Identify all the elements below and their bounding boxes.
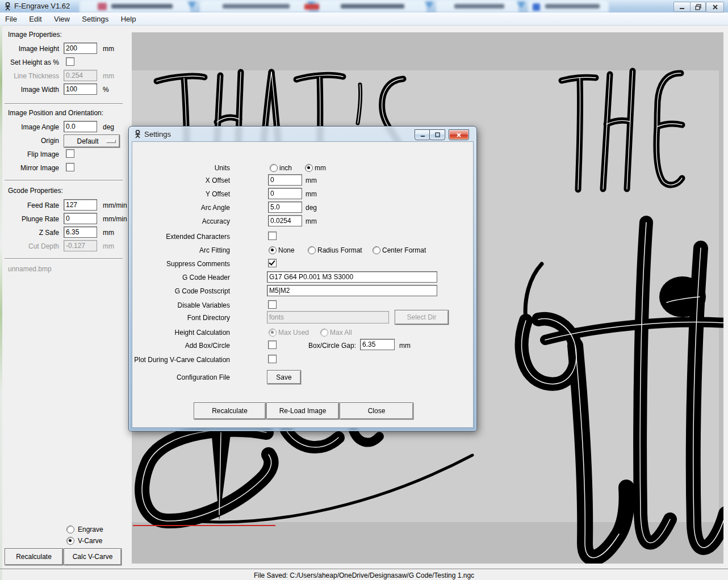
image-angle-input[interactable] <box>64 121 97 132</box>
vcarve-radio-label[interactable]: V-Carve <box>78 537 102 545</box>
set-height-checkbox[interactable] <box>66 57 74 66</box>
z-safe-input[interactable] <box>64 226 97 238</box>
main-titlebar[interactable]: F-Engrave V1.62 <box>0 0 728 13</box>
image-height-label: Image Height <box>5 45 59 53</box>
tab-separator <box>517 2 526 9</box>
units-mm-label[interactable]: mm <box>315 164 326 172</box>
image-width-input[interactable] <box>64 83 97 95</box>
tab-separator <box>187 2 196 9</box>
max-used-radio <box>269 329 277 337</box>
restore-button[interactable] <box>690 2 706 12</box>
x-offset-label: X Offset <box>132 176 230 184</box>
dialog-close-button[interactable] <box>449 129 469 140</box>
font-directory-label: Font Directory <box>132 314 230 322</box>
menubar: File Edit View Settings Help <box>0 12 728 26</box>
tab-text-blurred <box>545 4 600 9</box>
close-dialog-button[interactable]: Close <box>340 402 413 419</box>
settings-dialog-icon <box>133 129 142 138</box>
vcarve-radio[interactable] <box>66 537 74 545</box>
section-position: Image Position and Orientation: <box>8 109 103 117</box>
z-safe-label: Z Safe <box>5 229 59 237</box>
dropdown-indicator-icon <box>106 140 116 143</box>
arc-none-label[interactable]: None <box>278 246 295 254</box>
dialog-minimize-button[interactable] <box>415 129 430 140</box>
origin-label: Origin <box>5 137 59 145</box>
close-icon <box>456 132 462 138</box>
recalculate-button[interactable]: Recalculate <box>5 548 63 565</box>
arc-angle-label: Arc Angle <box>132 204 230 212</box>
close-button[interactable] <box>706 2 724 12</box>
engrave-radio[interactable] <box>66 526 74 533</box>
dialog-maximize-button[interactable] <box>429 129 445 140</box>
box-gap-label: Box/Circle Gap: <box>271 342 356 350</box>
gcode-header-label: G Code Header <box>132 274 230 281</box>
cut-depth-label: Cut Depth <box>5 242 59 250</box>
flip-image-checkbox[interactable] <box>66 149 74 158</box>
menu-help[interactable]: Help <box>116 12 141 23</box>
disable-variables-checkbox[interactable] <box>268 300 277 309</box>
arc-fitting-label: Arc Fitting <box>132 246 230 254</box>
line-thickness-unit: mm <box>103 72 114 80</box>
menu-view[interactable]: View <box>49 12 75 23</box>
minimize-button[interactable] <box>673 2 691 12</box>
arc-none-radio[interactable] <box>269 246 277 254</box>
menu-edit[interactable]: Edit <box>24 12 47 23</box>
max-all-radio <box>320 329 328 337</box>
section-image-properties: Image Properties: <box>8 31 62 39</box>
extended-characters-checkbox[interactable] <box>268 232 277 240</box>
units-mm-radio[interactable] <box>305 164 313 172</box>
x-offset-unit: mm <box>306 176 317 184</box>
loaded-filename: unnamed.bmp <box>8 265 52 273</box>
gcode-header-input[interactable] <box>267 271 437 283</box>
tab-text-blurred <box>454 4 504 9</box>
max-used-label: Max Used <box>278 329 309 337</box>
select-dir-button[interactable]: Select Dir <box>395 310 449 325</box>
plot-during-label: Plot During V-Carve Calculation <box>132 356 230 364</box>
mirror-image-label: Mirror Image <box>5 164 59 172</box>
y-offset-input[interactable] <box>268 188 302 199</box>
gcode-postscript-label: G Code Postscript <box>132 287 230 295</box>
x-offset-input[interactable] <box>268 174 302 186</box>
tab-text-blurred <box>111 4 173 9</box>
favicon-blurred <box>304 4 319 10</box>
plot-during-checkbox[interactable] <box>268 355 277 363</box>
line-thickness-input <box>64 70 97 81</box>
menu-settings[interactable]: Settings <box>77 12 114 23</box>
calc-vcarve-button[interactable]: Calc V-Carve <box>64 548 122 565</box>
app-icon <box>3 2 12 11</box>
image-height-unit: mm <box>103 45 114 53</box>
configuration-file-label: Configuration File <box>132 373 230 381</box>
reload-image-button[interactable]: Re-Load Image <box>266 402 339 419</box>
image-height-input[interactable] <box>64 43 97 54</box>
units-inch-label[interactable]: inch <box>279 164 292 172</box>
line-thickness-label: Line Thickness <box>5 72 59 80</box>
tab-separator <box>425 2 434 9</box>
accuracy-input[interactable] <box>268 215 302 226</box>
restore-icon <box>695 4 701 10</box>
origin-dropdown[interactable]: Default <box>64 135 120 148</box>
favicon-blurred <box>98 3 107 10</box>
units-inch-radio[interactable] <box>270 164 278 172</box>
suppress-comments-checkbox[interactable] <box>268 259 277 267</box>
arc-center-label[interactable]: Center Format <box>382 246 426 254</box>
arc-radius-label[interactable]: Radius Format <box>317 246 362 254</box>
save-button[interactable]: Save <box>267 370 301 384</box>
settings-titlebar[interactable]: Settings <box>129 127 476 141</box>
arc-radius-radio[interactable] <box>308 246 316 254</box>
disable-variables-label: Disable Variables <box>132 301 230 309</box>
feed-rate-input[interactable] <box>64 199 97 211</box>
menu-file[interactable]: File <box>0 12 22 23</box>
origin-value: Default <box>77 137 98 145</box>
mirror-image-checkbox[interactable] <box>66 163 74 171</box>
arc-center-radio[interactable] <box>373 246 380 254</box>
settings-dialog-body: Units inch mm X Offset mm Y Offset mm Ar… <box>132 141 474 428</box>
gcode-postscript-input[interactable] <box>267 285 437 296</box>
engrave-radio-label[interactable]: Engrave <box>78 526 103 533</box>
plunge-rate-input[interactable] <box>64 213 97 224</box>
box-gap-input[interactable] <box>360 339 395 350</box>
status-separator <box>0 569 728 570</box>
maximize-icon <box>435 132 440 137</box>
arc-angle-input[interactable] <box>268 201 302 213</box>
dialog-recalculate-button[interactable]: Recalculate <box>194 402 266 419</box>
plunge-rate-unit: mm/min <box>103 215 127 223</box>
